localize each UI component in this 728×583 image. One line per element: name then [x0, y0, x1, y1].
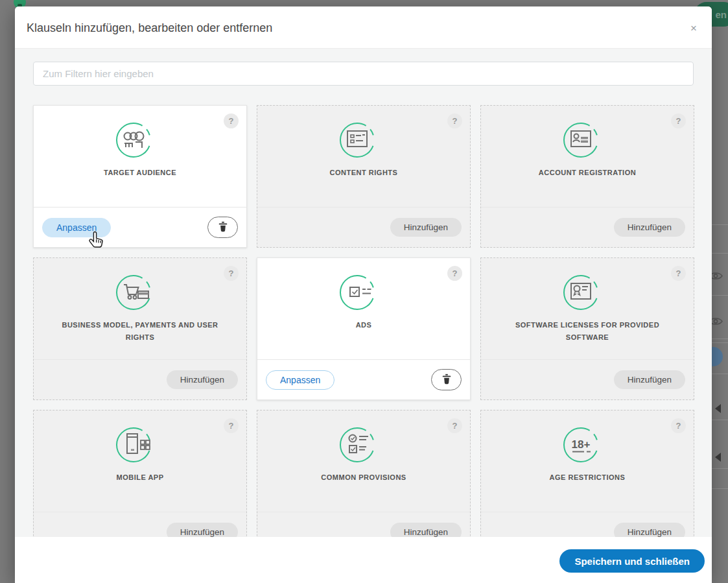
- delete-button[interactable]: [207, 217, 238, 238]
- add-button[interactable]: Hinzufügen: [390, 218, 462, 237]
- clause-card: ? 18+ AGE RESTRICTIONS Hinzufügen: [480, 410, 694, 553]
- age-restrictions-icon: 18+: [481, 410, 694, 465]
- card-top: ? TARGET AUDIENCE: [34, 106, 246, 208]
- card-top: ? COMMON PROVISIONS: [257, 410, 470, 512]
- card-top: ? ADS: [257, 258, 470, 360]
- screen: en Klauseln hinzufügen, bearbeiten oder …: [0, 0, 728, 583]
- mobile-app-icon: [34, 410, 246, 465]
- collapse-arrow-icon: [715, 453, 721, 462]
- card-actions: Anpassen: [34, 208, 246, 247]
- trash-icon: [441, 373, 452, 387]
- help-icon[interactable]: ?: [224, 266, 239, 281]
- add-button[interactable]: Hinzufügen: [614, 218, 685, 237]
- help-icon[interactable]: ?: [224, 113, 239, 128]
- common-provisions-icon: [257, 410, 470, 465]
- card-title: AGE RESTRICTIONS: [481, 471, 694, 484]
- card-title: TARGET AUDIENCE: [34, 167, 246, 179]
- content-rights-icon: [257, 106, 470, 160]
- help-icon[interactable]: ?: [447, 266, 462, 281]
- card-actions: Anpassen: [257, 360, 470, 399]
- card-actions: Hinzufügen: [481, 360, 694, 399]
- dialog-body: ? TARGET AUDIENCE Anpassen ? CONTENT RIG…: [15, 49, 712, 583]
- target-audience-icon: [34, 106, 246, 160]
- clause-card: ? CONTENT RIGHTS Hinzufügen: [257, 105, 471, 248]
- clause-card: ? ACCOUNT REGISTRATION Hinzufügen: [480, 105, 694, 248]
- clause-card: ? ADS Anpassen: [257, 257, 471, 400]
- ads-icon: [257, 258, 470, 313]
- svg-text:18+: 18+: [572, 438, 591, 451]
- customize-button[interactable]: Anpassen: [42, 218, 111, 237]
- help-icon[interactable]: ?: [224, 418, 239, 433]
- card-top: ? 18+ AGE RESTRICTIONS: [481, 410, 694, 512]
- software-licenses-icon: [481, 258, 694, 313]
- clause-card: ? BUSINESS MODEL, PAYMENTS AND USER RIGH…: [33, 257, 247, 400]
- card-actions: Hinzufügen: [481, 208, 694, 247]
- card-title: ACCOUNT REGISTRATION: [481, 167, 694, 179]
- dialog-title: Klauseln hinzufügen, bearbeiten oder ent…: [27, 21, 272, 35]
- card-top: ? MOBILE APP: [34, 410, 246, 512]
- save-and-close-button[interactable]: Speichern und schließen: [559, 549, 705, 573]
- clause-card: ? COMMON PROVISIONS Hinzufügen: [257, 410, 471, 553]
- dialog-footer: Speichern und schließen: [15, 537, 712, 583]
- card-top: ? BUSINESS MODEL, PAYMENTS AND USER RIGH…: [34, 258, 246, 360]
- card-title: COMMON PROVISIONS: [257, 471, 470, 484]
- add-button[interactable]: Hinzufügen: [167, 370, 238, 389]
- help-icon[interactable]: ?: [671, 113, 686, 128]
- clauses-dialog: Klauseln hinzufügen, bearbeiten oder ent…: [15, 6, 712, 583]
- account-registration-icon: [481, 106, 694, 160]
- clause-card: ? MOBILE APP Hinzufügen: [33, 410, 247, 553]
- card-title: CONTENT RIGHTS: [257, 167, 470, 179]
- card-title: MOBILE APP: [34, 471, 246, 484]
- collapse-arrow-icon: [715, 404, 721, 413]
- delete-button[interactable]: [431, 369, 462, 390]
- card-actions: Hinzufügen: [34, 360, 246, 399]
- clause-card: ? SOFTWARE LICENSES FOR PROVIDED SOFTWAR…: [480, 257, 694, 400]
- add-button[interactable]: Hinzufügen: [614, 370, 685, 389]
- card-top: ? CONTENT RIGHTS: [257, 106, 470, 208]
- card-title: ADS: [257, 319, 470, 331]
- help-icon[interactable]: ?: [671, 266, 686, 281]
- close-icon[interactable]: ×: [686, 21, 701, 36]
- business-model-icon: [34, 258, 246, 313]
- card-top: ? SOFTWARE LICENSES FOR PROVIDED SOFTWAR…: [481, 258, 694, 360]
- dialog-header: Klauseln hinzufügen, bearbeiten oder ent…: [15, 6, 712, 49]
- clauses-grid: ? TARGET AUDIENCE Anpassen ? CONTENT RIG…: [33, 105, 694, 553]
- card-top: ? ACCOUNT REGISTRATION: [481, 106, 694, 208]
- clause-card: ? TARGET AUDIENCE Anpassen: [33, 105, 247, 248]
- card-actions: Hinzufügen: [257, 208, 470, 247]
- customize-button[interactable]: Anpassen: [266, 370, 335, 390]
- help-icon[interactable]: ?: [671, 418, 686, 433]
- card-title: BUSINESS MODEL, PAYMENTS AND USER RIGHTS: [34, 319, 246, 344]
- card-title: SOFTWARE LICENSES FOR PROVIDED SOFTWARE: [481, 319, 694, 344]
- help-icon[interactable]: ?: [447, 113, 462, 128]
- filter-input[interactable]: [33, 62, 694, 86]
- trash-icon: [217, 220, 229, 235]
- help-icon[interactable]: ?: [447, 418, 462, 433]
- background-green-button-label: en: [715, 9, 727, 20]
